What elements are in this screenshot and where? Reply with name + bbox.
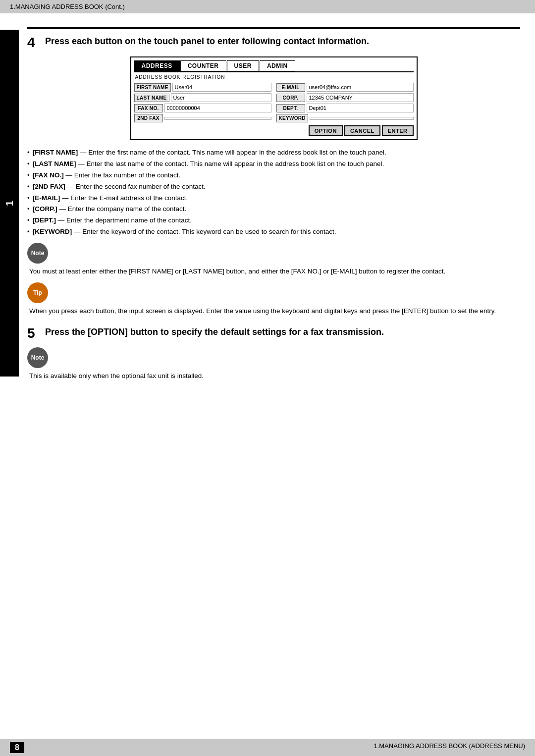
panel-right-col: E-MAIL user04@ifax.com CORP. 12345 COMPA… [276, 83, 414, 122]
panel-row-lastname: LAST NAME User [134, 93, 271, 102]
bullet-keyword: [KEYWORD] — Enter the keyword of the con… [27, 227, 520, 237]
step5-header: 5 Press the [OPTION] button to specify t… [27, 326, 520, 340]
field-value-firstname: User04 [172, 83, 271, 92]
step4-tip-text: When you press each button, the input sc… [29, 306, 520, 316]
bullet-corp: [CORP.] — Enter the company name of the … [27, 205, 520, 214]
step5-title: Press the [OPTION] button to specify the… [45, 326, 384, 338]
chapter-tab: 1 [0, 30, 19, 377]
registration-label: ADDRESS BOOK REGISTRATION [135, 74, 414, 80]
tab-admin[interactable]: ADMIN [260, 60, 295, 71]
step5-note-box: Note This is available only when the opt… [27, 347, 520, 381]
panel-row-2ndfax: 2ND FAX [134, 114, 271, 122]
option-button[interactable]: OPTION [309, 125, 343, 136]
field-label-firstname[interactable]: FIRST NAME [134, 83, 171, 92]
step5-note-badge: Note [27, 347, 48, 368]
step4-note-box: Note You must at least enter either the … [27, 243, 520, 276]
step4-rule [27, 27, 520, 29]
footer-page: 8 [10, 742, 24, 753]
field-value-keyword [310, 117, 414, 120]
step5-number: 5 [27, 326, 41, 340]
bullet-dept: [DEPT.] — Enter the department name of t… [27, 216, 520, 225]
panel-row-firstname: FIRST NAME User04 [134, 83, 271, 92]
tab-address[interactable]: ADDRESS [134, 60, 180, 71]
field-value-corp: 12345 COMPANY [307, 93, 414, 102]
field-value-dept: Dept01 [307, 104, 414, 112]
field-label-2ndfax[interactable]: 2ND FAX [134, 114, 163, 122]
field-value-2ndfax [164, 117, 271, 120]
footer-bar: 8 1.MANAGING ADDRESS BOOK (ADDRESS MENU) [0, 739, 535, 756]
step4-bullets: [FIRST NAME] — Enter the first name of t… [27, 148, 520, 237]
field-value-email: user04@ifax.com [307, 83, 414, 92]
field-value-lastname: User [171, 93, 271, 102]
panel-row-dept: DEPT. Dept01 [276, 104, 414, 112]
bullet-email: [E-MAIL] — Enter the E-mail address of t… [27, 194, 520, 203]
panel-fields-grid: FIRST NAME User04 LAST NAME User FAX NO.… [134, 83, 414, 122]
note-badge: Note [27, 243, 48, 264]
step4-header: 4 Press each button on the touch panel t… [27, 36, 520, 50]
tip-badge: Tip [27, 282, 48, 303]
field-label-keyword[interactable]: KEYWORD [276, 114, 308, 122]
step4-note-text: You must at least enter either the [FIRS… [29, 267, 520, 276]
field-label-email[interactable]: E-MAIL [276, 83, 305, 92]
step-4: 4 Press each button on the touch panel t… [27, 27, 520, 317]
field-value-faxno: 00000000004 [164, 104, 271, 112]
field-label-dept[interactable]: DEPT. [276, 104, 305, 112]
step4-title: Press each button on the touch panel to … [45, 36, 369, 47]
header-bar: 1.MANAGING ADDRESS BOOK (Cont.) [0, 0, 535, 13]
field-label-faxno[interactable]: FAX NO. [134, 104, 163, 112]
enter-button[interactable]: ENTER [382, 125, 414, 136]
tab-counter[interactable]: COUNTER [180, 60, 226, 71]
main-content: 4 Press each button on the touch panel t… [27, 13, 520, 381]
bullet-faxno: [FAX NO.] — Enter the fax number of the … [27, 171, 520, 180]
cancel-button[interactable]: CANCEL [344, 125, 380, 136]
tab-user[interactable]: USER [227, 60, 259, 71]
step4-number: 4 [27, 36, 41, 50]
step-5: 5 Press the [OPTION] button to specify t… [27, 326, 520, 381]
bullet-lastname: [LAST NAME] — Enter the last name of the… [27, 160, 520, 169]
panel-buttons: OPTION CANCEL ENTER [134, 125, 414, 136]
panel-row-faxno: FAX NO. 00000000004 [134, 104, 271, 112]
panel-row-keyword: KEYWORD [276, 114, 414, 122]
panel-row-email: E-MAIL user04@ifax.com [276, 83, 414, 92]
panel-row-corp: CORP. 12345 COMPANY [276, 93, 414, 102]
panel-left-col: FIRST NAME User04 LAST NAME User FAX NO.… [134, 83, 271, 122]
footer-text: 1.MANAGING ADDRESS BOOK (ADDRESS MENU) [374, 742, 525, 753]
header-text: 1.MANAGING ADDRESS BOOK (Cont.) [10, 3, 125, 10]
field-label-lastname[interactable]: LAST NAME [134, 94, 169, 102]
touch-panel: ADDRESS COUNTER USER ADMIN ADDRESS BOOK … [130, 56, 418, 140]
field-label-corp[interactable]: CORP. [276, 94, 305, 102]
step4-tip-box: Tip When you press each button, the inpu… [27, 282, 520, 316]
panel-tabs: ADDRESS COUNTER USER ADMIN [134, 60, 414, 72]
bullet-2ndfax: [2ND FAX] — Enter the second fax number … [27, 182, 520, 192]
bullet-firstname: [FIRST NAME] — Enter the first name of t… [27, 148, 520, 158]
step5-note-text: This is available only when the optional… [29, 371, 520, 381]
